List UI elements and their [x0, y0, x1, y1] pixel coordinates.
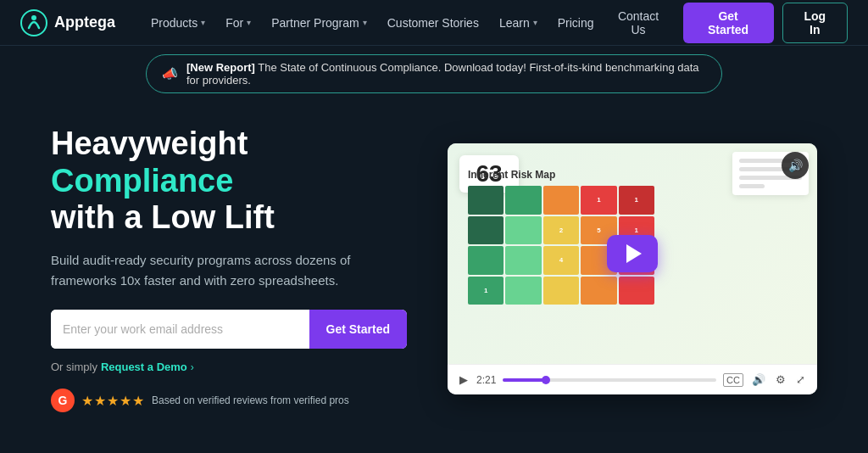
g2-badge: G — [51, 389, 75, 412]
risk-cell — [543, 186, 579, 215]
risk-cell — [505, 216, 541, 245]
risk-cell — [505, 246, 541, 275]
play-icon — [626, 244, 642, 263]
logo-text: Apptega — [54, 14, 115, 31]
for-chevron-icon: ▾ — [247, 18, 251, 27]
risk-cell — [581, 277, 616, 305]
progress-bar[interactable] — [503, 378, 716, 382]
announcement-text: [New Report] The State of Continuous Com… — [186, 61, 706, 87]
reviews-section: G ★★★★★ Based on verified reviews from v… — [51, 389, 407, 412]
contact-us-button[interactable]: Contact Us — [603, 4, 675, 42]
request-demo-link[interactable]: Request a Demo — [101, 361, 187, 373]
login-button[interactable]: Log In — [782, 3, 848, 43]
sound-button[interactable]: 🔊 — [782, 152, 809, 179]
email-form: Get Started — [51, 310, 407, 349]
logo-link[interactable]: Apptega — [20, 9, 115, 36]
products-chevron-icon: ▾ — [201, 18, 205, 27]
video-container: 63 Inherent Risk Map — [448, 143, 817, 394]
risk-cell — [468, 216, 504, 245]
risk-cell — [505, 186, 541, 215]
logo-icon — [20, 9, 47, 36]
review-text: Based on verified reviews from verified … — [152, 394, 349, 406]
email-input[interactable] — [51, 310, 309, 349]
video-thumbnail: 63 Inherent Risk Map — [448, 143, 817, 364]
partner-chevron-icon: ▾ — [363, 18, 367, 27]
risk-cell-badge: 1 — [581, 186, 616, 215]
risk-cell-badge: 4 — [543, 246, 579, 275]
risk-cell — [505, 277, 541, 305]
risk-cell-badge: 1 — [468, 277, 504, 305]
nav-pricing[interactable]: Pricing — [549, 11, 603, 35]
navbar: Apptega Products ▾ For ▾ Partner Program… — [0, 0, 868, 46]
progress-dot — [542, 376, 550, 384]
learn-chevron-icon: ▾ — [533, 18, 537, 27]
video-controls: ▶ 2:21 CC 🔊 ⚙ ⤢ — [448, 364, 817, 394]
svg-point-1 — [31, 15, 36, 20]
nav-right: Contact Us Get Started Log In — [603, 3, 849, 43]
risk-map-title: Inherent Risk Map — [468, 169, 688, 181]
volume-button[interactable]: 🔊 — [750, 372, 767, 388]
risk-cell — [619, 277, 654, 305]
request-demo-arrow-icon: › — [191, 361, 194, 373]
nav-links: Products ▾ For ▾ Partner Program ▾ Custo… — [142, 11, 603, 35]
hero-title-accent: Compliance — [51, 163, 233, 199]
nav-products[interactable]: Products ▾ — [142, 11, 214, 35]
announcement-icon: 📣 — [162, 66, 178, 81]
cc-button[interactable]: CC — [723, 373, 743, 387]
star-rating: ★★★★★ — [81, 393, 145, 409]
risk-cell-badge: 2 — [543, 216, 579, 245]
hero-title: Heavyweight Compliance with a Low Lift — [51, 126, 407, 237]
request-demo: Or simply Request a Demo › — [51, 361, 407, 373]
nav-learn[interactable]: Learn ▾ — [491, 11, 546, 35]
progress-fill — [503, 378, 545, 382]
announcement-banner[interactable]: 📣 [New Report] The State of Continuous C… — [146, 54, 722, 93]
hero-right: 63 Inherent Risk Map — [448, 143, 817, 394]
risk-cell — [468, 186, 504, 215]
risk-cell — [543, 277, 579, 305]
risk-cell-badge: 1 — [619, 186, 654, 215]
doc-line-4 — [739, 184, 765, 188]
play-control-button[interactable]: ▶ — [458, 372, 470, 388]
get-started-nav-button[interactable]: Get Started — [683, 3, 774, 43]
risk-cell — [468, 246, 504, 275]
hero-description: Build audit-ready security programs acro… — [51, 250, 407, 291]
play-button[interactable] — [607, 235, 658, 272]
hero-left: Heavyweight Compliance with a Low Lift B… — [51, 126, 407, 412]
nav-customer-stories[interactable]: Customer Stories — [379, 11, 487, 35]
nav-partner-program[interactable]: Partner Program ▾ — [263, 11, 375, 35]
fullscreen-button[interactable]: ⤢ — [794, 372, 807, 388]
form-get-started-button[interactable]: Get Started — [309, 310, 407, 349]
settings-button[interactable]: ⚙ — [774, 372, 787, 388]
video-time: 2:21 — [476, 374, 496, 386]
hero-section: Heavyweight Compliance with a Low Lift B… — [0, 105, 868, 429]
nav-for[interactable]: For ▾ — [217, 11, 259, 35]
announcement-wrapper: 📣 [New Report] The State of Continuous C… — [0, 46, 868, 105]
